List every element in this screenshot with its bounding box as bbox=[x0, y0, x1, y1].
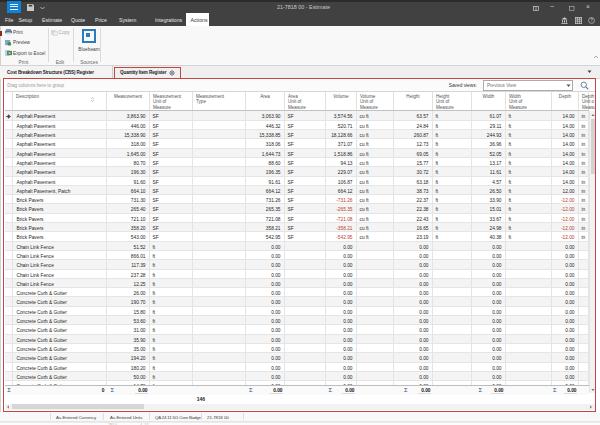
svg-text:?: ? bbox=[590, 18, 593, 23]
